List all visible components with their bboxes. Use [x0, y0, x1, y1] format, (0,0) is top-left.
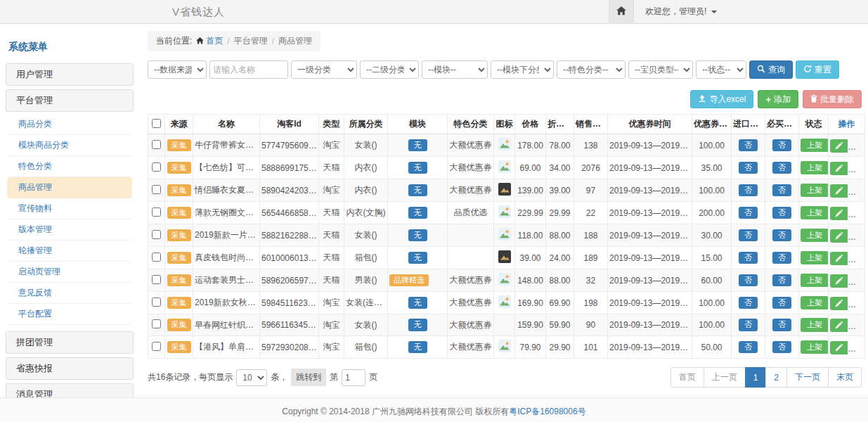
status-button[interactable]: 上架	[801, 340, 829, 354]
edit-button[interactable]	[830, 184, 848, 198]
filter-select[interactable]: --状态--	[696, 60, 746, 79]
must-buy-badge[interactable]: 否	[772, 229, 791, 241]
breadcrumb-item[interactable]: 平台管理	[234, 35, 268, 47]
row-checkbox[interactable]	[152, 252, 161, 262]
row-checkbox[interactable]	[152, 342, 161, 351]
pagination-bar: 共16条记录，每页显示 10 条， 跳转到 第 页 首页上一页12下一页末页	[148, 367, 862, 388]
filter-select[interactable]: --宝贝类型--	[628, 60, 693, 79]
must-buy-badge[interactable]: 否	[772, 184, 791, 196]
must-buy-badge[interactable]: 否	[772, 274, 791, 286]
must-buy-badge[interactable]: 否	[772, 297, 791, 309]
status-button[interactable]: 上架	[801, 206, 829, 219]
sidebar-subitem[interactable]: 意见反馈	[7, 283, 132, 304]
select-all-checkbox[interactable]	[152, 119, 161, 128]
edit-button[interactable]	[830, 252, 848, 265]
row-checkbox[interactable]	[152, 185, 161, 194]
per-page-select[interactable]: 10	[236, 369, 267, 386]
import-optimal-badge[interactable]: 否	[739, 162, 758, 174]
edit-button[interactable]	[830, 297, 848, 310]
edit-button[interactable]	[830, 229, 848, 243]
filter-select[interactable]: --模块--	[422, 60, 488, 79]
import-optimal-badge[interactable]: 否	[739, 229, 758, 241]
taoke-id: 577479560965	[260, 134, 319, 157]
row-checkbox[interactable]	[152, 162, 161, 172]
status-button[interactable]: 上架	[801, 274, 829, 287]
must-buy-badge[interactable]: 否	[772, 207, 791, 219]
must-buy-badge[interactable]: 否	[772, 319, 791, 331]
edit-button[interactable]	[830, 319, 848, 332]
import-optimal-badge[interactable]: 否	[739, 207, 758, 219]
icp-link[interactable]: 粤ICP备16098006号	[509, 407, 585, 416]
status-button[interactable]: 上架	[801, 318, 829, 331]
edit-button[interactable]	[830, 207, 848, 220]
sidebar-subitem[interactable]: 宣传物料	[7, 198, 132, 219]
sidebar-subitem[interactable]: 模块商品分类	[7, 135, 132, 156]
edit-button[interactable]	[830, 341, 848, 354]
table-header-cell: 销售数量	[574, 115, 608, 134]
name-search-input[interactable]	[209, 60, 288, 79]
sidebar-subitem[interactable]: 轮播管理	[7, 241, 132, 262]
search-button[interactable]: 查询	[749, 60, 793, 79]
status-button[interactable]: 上架	[801, 296, 829, 309]
page-button[interactable]: 2	[765, 367, 787, 388]
sidebar-subitem[interactable]: 启动页管理	[7, 262, 132, 283]
page-button[interactable]: 末页	[828, 367, 862, 388]
filter-select[interactable]: --模块下分类--	[491, 60, 554, 79]
sidebar-subitem[interactable]: 平台配置	[7, 304, 132, 325]
sidebar-item[interactable]: 用户管理	[6, 63, 134, 86]
import-optimal-badge[interactable]: 否	[739, 297, 758, 309]
edit-button[interactable]	[830, 162, 848, 175]
page-button[interactable]: 首页	[671, 367, 704, 388]
status-button[interactable]: 上架	[801, 229, 829, 242]
import-optimal-badge[interactable]: 否	[739, 319, 758, 331]
breadcrumb-home-link[interactable]: 首页	[196, 35, 223, 47]
row-checkbox[interactable]	[152, 140, 161, 149]
home-button[interactable]	[609, 0, 634, 23]
page-input[interactable]	[342, 369, 365, 386]
page-button[interactable]: 下一页	[786, 367, 829, 388]
row-checkbox[interactable]	[152, 207, 161, 217]
status-button[interactable]: 上架	[801, 184, 829, 197]
status-button[interactable]: 上架	[801, 139, 829, 152]
filter-select[interactable]: --二级分类--	[360, 60, 419, 79]
sidebar-subitem[interactable]: 商品分类	[7, 114, 132, 135]
row-checkbox[interactable]	[152, 319, 161, 328]
page-button[interactable]: 上一页	[704, 367, 746, 388]
row-checkbox[interactable]	[152, 298, 161, 307]
import-optimal-badge[interactable]: 否	[739, 139, 758, 151]
status-button[interactable]: 上架	[801, 251, 829, 264]
must-buy-badge[interactable]: 否	[772, 341, 791, 353]
sidebar-item[interactable]: 省惠快报	[6, 357, 134, 380]
import-excel-button[interactable]: 导入excel	[690, 90, 753, 108]
batch-delete-button[interactable]: 批量删除	[803, 90, 862, 108]
filter-select[interactable]: 一级分类	[291, 60, 357, 79]
sidebar-item[interactable]: 平台管理	[6, 89, 134, 112]
coupon-amount: 100.00	[692, 134, 732, 157]
edit-button[interactable]	[830, 274, 848, 288]
sidebar-subitem[interactable]: 特色分类	[7, 156, 132, 177]
taoke-id: 565446685867	[260, 202, 319, 224]
status-button[interactable]: 上架	[801, 161, 829, 174]
row-checkbox[interactable]	[152, 230, 161, 239]
row-checkbox[interactable]	[152, 275, 161, 284]
edit-button[interactable]	[830, 139, 848, 153]
sidebar-subitem[interactable]: 版本管理	[7, 219, 132, 241]
must-buy-badge[interactable]: 否	[772, 162, 791, 174]
source-badge: 采集	[167, 139, 191, 151]
import-optimal-badge[interactable]: 否	[739, 252, 758, 264]
sidebar-item[interactable]: 拼团管理	[6, 331, 134, 354]
page-button[interactable]: 1	[745, 367, 767, 388]
jump-button[interactable]: 跳转到	[291, 369, 326, 386]
top-bar: V省钱达人 欢迎您，管理员!	[0, 0, 868, 24]
filter-select[interactable]: --特色分类--	[557, 60, 626, 79]
filter-select[interactable]: --数据来源--	[148, 60, 207, 79]
must-buy-badge[interactable]: 否	[772, 139, 791, 151]
reset-button[interactable]: 重置	[796, 60, 839, 79]
user-menu[interactable]: 欢迎您，管理员!	[634, 0, 728, 23]
add-button[interactable]: + 添加	[758, 90, 798, 108]
import-optimal-badge[interactable]: 否	[739, 184, 758, 196]
import-optimal-badge[interactable]: 否	[739, 341, 758, 353]
must-buy-badge[interactable]: 否	[772, 252, 791, 264]
import-optimal-badge[interactable]: 否	[739, 274, 758, 286]
sidebar-subitem[interactable]: 商品管理	[7, 177, 132, 198]
